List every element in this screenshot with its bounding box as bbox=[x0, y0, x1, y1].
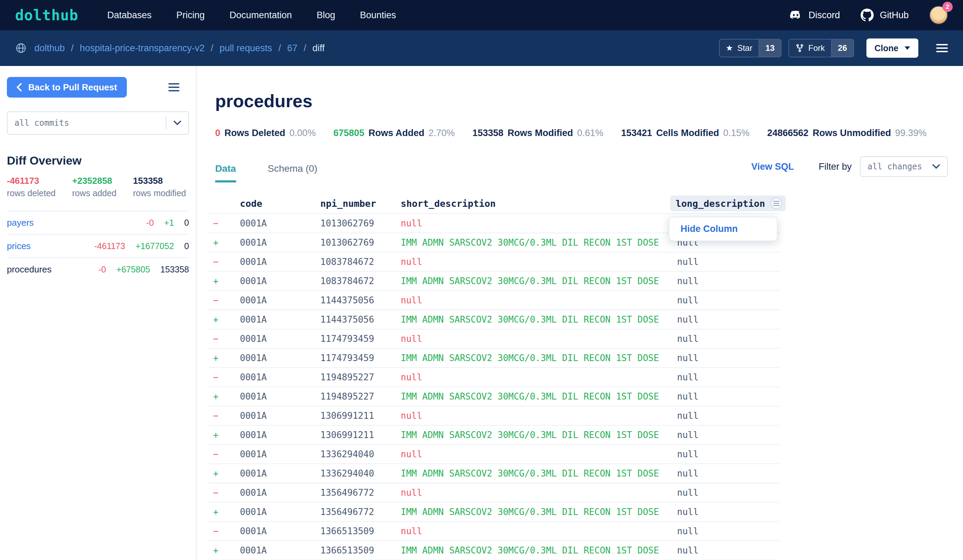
cell-npi: 1306991211 bbox=[320, 430, 401, 440]
star-icon: ★ bbox=[726, 44, 733, 52]
table-link-prices[interactable]: prices bbox=[7, 241, 31, 251]
notification-badge: 2 bbox=[942, 2, 953, 12]
table-row: +0001A1306991211IMM ADMN SARSCOV2 30MCG/… bbox=[208, 426, 780, 445]
cell-code: 0001A bbox=[240, 257, 320, 267]
view-sql-link[interactable]: View SQL bbox=[751, 162, 794, 172]
column-header-long-description[interactable]: long_description bbox=[670, 196, 786, 211]
nav-item-blog[interactable]: Blog bbox=[316, 10, 335, 21]
nav-item-pricing[interactable]: Pricing bbox=[176, 10, 205, 21]
table-row: +0001A1194895227IMM ADMN SARSCOV2 30MCG/… bbox=[208, 387, 780, 406]
diff-overview-heading: Diff Overview bbox=[7, 154, 189, 167]
chevron-down-icon bbox=[905, 46, 910, 50]
cell-code: 0001A bbox=[240, 449, 320, 459]
cell-npi: 1356496772 bbox=[320, 507, 401, 517]
back-button-label: Back to Pull Request bbox=[28, 82, 117, 93]
nav-item-documentation[interactable]: Documentation bbox=[230, 10, 292, 21]
cell-npi: 1366513509 bbox=[320, 526, 401, 536]
diff-sign: − bbox=[208, 218, 240, 228]
stat-pct: 0.15% bbox=[723, 128, 749, 138]
table-row: +0001A1083784672IMM ADMN SARSCOV2 30MCG/… bbox=[208, 272, 780, 291]
breadcrumb-pr-number[interactable]: 67 bbox=[287, 43, 297, 53]
summary-added: +2352858 rows added bbox=[72, 176, 117, 198]
cell-long-description: null bbox=[676, 545, 780, 555]
cell-npi: 1306991211 bbox=[320, 411, 401, 421]
cell-code: 0001A bbox=[240, 545, 320, 555]
payers-deleted: -0 bbox=[146, 218, 154, 228]
hide-column-menu-item[interactable]: Hide Column bbox=[681, 224, 766, 234]
cell-short-description: null bbox=[401, 372, 676, 382]
stat-label: Rows Deleted bbox=[224, 128, 285, 138]
clone-button[interactable]: Clone bbox=[866, 39, 918, 58]
cell-code: 0001A bbox=[240, 237, 320, 248]
top-navbar: dolthub Databases Pricing Documentation … bbox=[0, 0, 963, 30]
diff-sign: + bbox=[208, 468, 240, 479]
back-to-pull-request-button[interactable]: Back to Pull Request bbox=[7, 77, 127, 97]
stat-value: 675805 bbox=[333, 128, 364, 138]
diff-sign: − bbox=[208, 449, 240, 459]
rows-added-label: rows added bbox=[72, 188, 117, 198]
diff-sign: + bbox=[208, 314, 240, 325]
rows-modified-label: rows modified bbox=[133, 188, 186, 198]
discord-link[interactable]: Discord bbox=[789, 8, 840, 22]
diff-sign: + bbox=[208, 545, 240, 555]
rows-deleted-value: -461173 bbox=[7, 176, 56, 186]
table-row: −0001A1083784672nullnull bbox=[208, 252, 780, 272]
cell-code: 0001A bbox=[240, 276, 320, 286]
cell-short-description: null bbox=[401, 449, 676, 459]
diff-sign: + bbox=[208, 276, 240, 286]
cell-short-description: IMM ADMN SARSCOV2 30MCG/0.3ML DIL RECON … bbox=[401, 430, 676, 440]
cell-code: 0001A bbox=[240, 487, 320, 498]
fork-button[interactable]: Fork 26 bbox=[788, 39, 854, 57]
tab-data[interactable]: Data bbox=[215, 163, 236, 183]
page-menu-icon[interactable] bbox=[936, 44, 948, 52]
table-row: +0001A1144375056IMM ADMN SARSCOV2 30MCG/… bbox=[208, 310, 780, 330]
payers-modified: 0 bbox=[184, 218, 189, 228]
cell-code: 0001A bbox=[240, 526, 320, 536]
table-link-payers[interactable]: payers bbox=[7, 217, 34, 228]
cell-npi: 1174793459 bbox=[320, 333, 401, 344]
column-menu-icon[interactable] bbox=[770, 197, 782, 209]
filter-dropdown[interactable]: all changes bbox=[860, 156, 948, 177]
stat-label: Rows Added bbox=[368, 128, 425, 138]
cell-short-description: IMM ADMN SARSCOV2 30MCG/0.3ML DIL RECON … bbox=[401, 507, 676, 517]
diff-sign: + bbox=[208, 507, 240, 517]
filter-dropdown-value: all changes bbox=[861, 162, 925, 172]
summary-modified: 153358 rows modified bbox=[133, 176, 186, 198]
user-avatar[interactable]: 2 bbox=[929, 6, 948, 24]
sidebar-menu-icon[interactable] bbox=[169, 83, 179, 91]
cell-short-description: IMM ADMN SARSCOV2 30MCG/0.3ML DIL RECON … bbox=[401, 391, 676, 401]
discord-label: Discord bbox=[808, 10, 840, 21]
cell-short-description: IMM ADMN SARSCOV2 30MCG/0.3ML DIL RECON … bbox=[401, 468, 676, 479]
diff-sign: − bbox=[208, 295, 240, 306]
cell-long-description: null bbox=[676, 257, 780, 267]
breadcrumb-repo[interactable]: hospital-price-transparency-v2 bbox=[80, 43, 204, 53]
nav-item-bounties[interactable]: Bounties bbox=[360, 10, 396, 21]
star-button[interactable]: ★ Star 13 bbox=[719, 39, 781, 57]
cell-npi: 1013062769 bbox=[320, 218, 401, 228]
stat-pct: 0.61% bbox=[577, 128, 603, 138]
github-link[interactable]: GitHub bbox=[861, 8, 909, 22]
table-link-procedures[interactable]: procedures bbox=[7, 264, 52, 275]
breadcrumb-pull-requests[interactable]: pull requests bbox=[220, 43, 272, 53]
nav-links: Databases Pricing Documentation Blog Bou… bbox=[107, 10, 396, 21]
cell-short-description: null bbox=[401, 333, 676, 344]
chevron-left-icon bbox=[16, 83, 22, 91]
cell-code: 0001A bbox=[240, 430, 320, 440]
stat-label: Rows Modified bbox=[507, 128, 573, 138]
table-row: −0001A1144375056nullnull bbox=[208, 291, 780, 310]
stat-pct: 0.00% bbox=[289, 128, 316, 138]
rows-added-value: +2352858 bbox=[72, 176, 117, 186]
tab-schema[interactable]: Schema (0) bbox=[268, 163, 318, 183]
commits-dropdown[interactable]: all commits bbox=[7, 111, 189, 135]
cell-long-description: null bbox=[676, 526, 780, 536]
table-row: −0001A1174793459nullnull bbox=[208, 330, 780, 349]
nav-item-databases[interactable]: Databases bbox=[107, 10, 152, 21]
cell-long-description: null bbox=[676, 295, 780, 306]
breadcrumb-owner[interactable]: dolthub bbox=[34, 43, 65, 53]
table-row: +0001A1356496772IMM ADMN SARSCOV2 30MCG/… bbox=[208, 503, 780, 522]
cell-short-description: IMM ADMN SARSCOV2 30MCG/0.3ML DIL RECON … bbox=[401, 353, 676, 363]
diff-stats-row: 0Rows Deleted0.00% 675805Rows Added2.70%… bbox=[215, 128, 927, 138]
cell-long-description: null bbox=[676, 391, 780, 401]
stat-rows-deleted: 0Rows Deleted0.00% bbox=[215, 128, 316, 138]
dolthub-logo[interactable]: dolthub bbox=[15, 7, 78, 24]
